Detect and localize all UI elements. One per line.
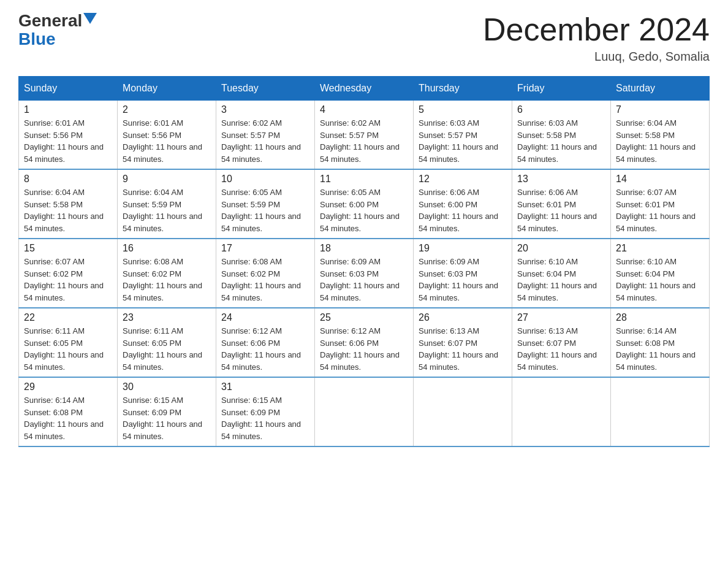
calendar-table: SundayMondayTuesdayWednesdayThursdayFrid… — [18, 76, 710, 447]
weekday-header-sunday: Sunday — [19, 77, 118, 101]
calendar-cell: 31 Sunrise: 6:15 AMSunset: 6:09 PMDaylig… — [216, 377, 315, 446]
day-number: 17 — [221, 243, 309, 254]
weekday-header-wednesday: Wednesday — [315, 77, 414, 101]
day-info: Sunrise: 6:01 AMSunset: 5:56 PMDaylight:… — [24, 118, 104, 164]
day-info: Sunrise: 6:06 AMSunset: 6:01 PMDaylight:… — [517, 188, 597, 233]
day-info: Sunrise: 6:10 AMSunset: 6:04 PMDaylight:… — [517, 257, 597, 302]
day-info: Sunrise: 6:09 AMSunset: 6:03 PMDaylight:… — [320, 257, 400, 302]
day-number: 9 — [123, 174, 211, 185]
calendar-cell: 8 Sunrise: 6:04 AMSunset: 5:58 PMDayligh… — [19, 169, 118, 239]
weekday-header-thursday: Thursday — [414, 77, 512, 101]
calendar-cell: 28 Sunrise: 6:14 AMSunset: 6:08 PMDaylig… — [611, 308, 710, 377]
calendar-cell: 22 Sunrise: 6:11 AMSunset: 6:05 PMDaylig… — [19, 308, 118, 377]
calendar-cell: 19 Sunrise: 6:09 AMSunset: 6:03 PMDaylig… — [414, 239, 512, 308]
day-info: Sunrise: 6:14 AMSunset: 6:08 PMDaylight:… — [616, 326, 696, 372]
day-number: 8 — [24, 174, 112, 185]
day-number: 7 — [616, 104, 704, 115]
calendar-week-row: 15 Sunrise: 6:07 AMSunset: 6:02 PMDaylig… — [19, 239, 710, 308]
weekday-header-monday: Monday — [118, 77, 216, 101]
calendar-cell: 4 Sunrise: 6:02 AMSunset: 5:57 PMDayligh… — [315, 101, 414, 170]
page-header: General Blue December 2024 Luuq, Gedo, S… — [18, 12, 710, 64]
day-number: 25 — [320, 312, 408, 323]
day-number: 1 — [24, 104, 112, 115]
calendar-cell: 14 Sunrise: 6:07 AMSunset: 6:01 PMDaylig… — [611, 169, 710, 239]
calendar-cell: 10 Sunrise: 6:05 AMSunset: 5:59 PMDaylig… — [216, 169, 315, 239]
day-info: Sunrise: 6:12 AMSunset: 6:06 PMDaylight:… — [221, 326, 301, 372]
calendar-cell: 6 Sunrise: 6:03 AMSunset: 5:58 PMDayligh… — [512, 101, 611, 170]
day-number: 4 — [320, 104, 408, 115]
calendar-cell: 1 Sunrise: 6:01 AMSunset: 5:56 PMDayligh… — [19, 101, 118, 170]
calendar-cell: 20 Sunrise: 6:10 AMSunset: 6:04 PMDaylig… — [512, 239, 611, 308]
calendar-cell: 3 Sunrise: 6:02 AMSunset: 5:57 PMDayligh… — [216, 101, 315, 170]
calendar-cell — [512, 377, 611, 446]
day-number: 28 — [616, 312, 704, 323]
logo: General Blue — [18, 12, 97, 49]
day-number: 12 — [419, 174, 507, 185]
day-info: Sunrise: 6:11 AMSunset: 6:05 PMDaylight:… — [123, 326, 202, 372]
location-text: Luuq, Gedo, Somalia — [483, 50, 710, 64]
calendar-cell: 16 Sunrise: 6:08 AMSunset: 6:02 PMDaylig… — [118, 239, 216, 308]
calendar-cell: 21 Sunrise: 6:10 AMSunset: 6:04 PMDaylig… — [611, 239, 710, 308]
calendar-cell: 25 Sunrise: 6:12 AMSunset: 6:06 PMDaylig… — [315, 308, 414, 377]
calendar-cell: 26 Sunrise: 6:13 AMSunset: 6:07 PMDaylig… — [414, 308, 512, 377]
day-info: Sunrise: 6:05 AMSunset: 6:00 PMDaylight:… — [320, 188, 400, 233]
day-number: 14 — [616, 174, 704, 185]
day-info: Sunrise: 6:09 AMSunset: 6:03 PMDaylight:… — [419, 257, 498, 302]
day-info: Sunrise: 6:08 AMSunset: 6:02 PMDaylight:… — [123, 257, 202, 302]
logo-general-text: General — [18, 12, 82, 29]
month-title: December 2024 — [483, 12, 710, 47]
day-info: Sunrise: 6:15 AMSunset: 6:09 PMDaylight:… — [221, 396, 301, 441]
day-number: 21 — [616, 243, 704, 254]
day-number: 15 — [24, 243, 112, 254]
day-number: 5 — [419, 104, 507, 115]
calendar-cell: 2 Sunrise: 6:01 AMSunset: 5:56 PMDayligh… — [118, 101, 216, 170]
day-number: 20 — [517, 243, 605, 254]
day-info: Sunrise: 6:01 AMSunset: 5:56 PMDaylight:… — [123, 118, 202, 164]
day-info: Sunrise: 6:08 AMSunset: 6:02 PMDaylight:… — [221, 257, 301, 302]
day-info: Sunrise: 6:13 AMSunset: 6:07 PMDaylight:… — [517, 326, 597, 372]
day-info: Sunrise: 6:03 AMSunset: 5:58 PMDaylight:… — [517, 118, 597, 164]
title-block: December 2024 Luuq, Gedo, Somalia — [483, 12, 710, 64]
day-info: Sunrise: 6:15 AMSunset: 6:09 PMDaylight:… — [123, 396, 202, 441]
day-number: 10 — [221, 174, 309, 185]
day-number: 23 — [123, 312, 211, 323]
day-number: 2 — [123, 104, 211, 115]
day-number: 16 — [123, 243, 211, 254]
day-number: 24 — [221, 312, 309, 323]
day-info: Sunrise: 6:04 AMSunset: 5:58 PMDaylight:… — [616, 118, 696, 164]
day-number: 30 — [123, 381, 211, 393]
weekday-header-friday: Friday — [512, 77, 611, 101]
day-info: Sunrise: 6:11 AMSunset: 6:05 PMDaylight:… — [24, 326, 104, 372]
day-number: 27 — [517, 312, 605, 323]
day-info: Sunrise: 6:06 AMSunset: 6:00 PMDaylight:… — [419, 188, 498, 233]
calendar-cell: 15 Sunrise: 6:07 AMSunset: 6:02 PMDaylig… — [19, 239, 118, 308]
day-number: 11 — [320, 174, 408, 185]
day-info: Sunrise: 6:04 AMSunset: 5:58 PMDaylight:… — [24, 188, 104, 233]
day-info: Sunrise: 6:04 AMSunset: 5:59 PMDaylight:… — [123, 188, 202, 233]
calendar-week-row: 22 Sunrise: 6:11 AMSunset: 6:05 PMDaylig… — [19, 308, 710, 377]
day-number: 18 — [320, 243, 408, 254]
day-info: Sunrise: 6:10 AMSunset: 6:04 PMDaylight:… — [616, 257, 696, 302]
calendar-cell: 18 Sunrise: 6:09 AMSunset: 6:03 PMDaylig… — [315, 239, 414, 308]
day-number: 22 — [24, 312, 112, 323]
logo-blue-text: Blue — [18, 29, 56, 49]
day-info: Sunrise: 6:07 AMSunset: 6:01 PMDaylight:… — [616, 188, 696, 233]
calendar-cell — [414, 377, 512, 446]
calendar-week-row: 29 Sunrise: 6:14 AMSunset: 6:08 PMDaylig… — [19, 377, 710, 446]
calendar-cell — [315, 377, 414, 446]
weekday-header-saturday: Saturday — [611, 77, 710, 101]
day-number: 26 — [419, 312, 507, 323]
day-info: Sunrise: 6:13 AMSunset: 6:07 PMDaylight:… — [419, 326, 498, 372]
day-number: 31 — [221, 381, 309, 393]
calendar-cell: 27 Sunrise: 6:13 AMSunset: 6:07 PMDaylig… — [512, 308, 611, 377]
calendar-cell: 13 Sunrise: 6:06 AMSunset: 6:01 PMDaylig… — [512, 169, 611, 239]
logo-triangle-icon — [83, 13, 97, 24]
calendar-cell: 9 Sunrise: 6:04 AMSunset: 5:59 PMDayligh… — [118, 169, 216, 239]
day-info: Sunrise: 6:03 AMSunset: 5:57 PMDaylight:… — [419, 118, 498, 164]
day-info: Sunrise: 6:14 AMSunset: 6:08 PMDaylight:… — [24, 396, 104, 441]
calendar-cell — [611, 377, 710, 446]
day-info: Sunrise: 6:02 AMSunset: 5:57 PMDaylight:… — [320, 118, 400, 164]
day-number: 6 — [517, 104, 605, 115]
calendar-cell: 29 Sunrise: 6:14 AMSunset: 6:08 PMDaylig… — [19, 377, 118, 446]
weekday-header-row: SundayMondayTuesdayWednesdayThursdayFrid… — [19, 77, 710, 101]
